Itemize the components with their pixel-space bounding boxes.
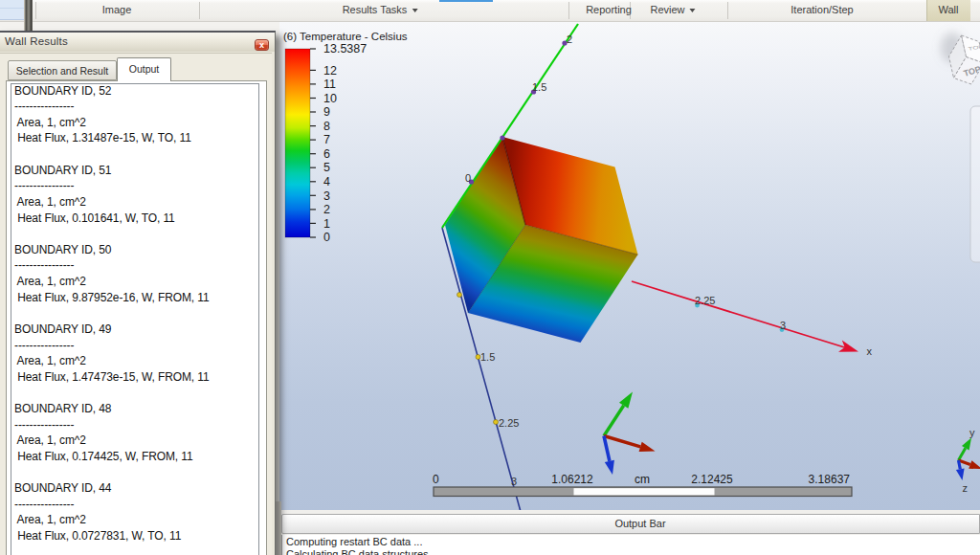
- svg-text:1: 1: [323, 217, 330, 231]
- svg-text:10: 10: [323, 92, 337, 105]
- svg-text:2.25: 2.25: [499, 417, 519, 429]
- svg-text:6: 6: [323, 147, 330, 161]
- svg-text:x: x: [867, 345, 873, 357]
- svg-text:0: 0: [433, 473, 439, 486]
- svg-text:y: y: [969, 427, 975, 438]
- svg-text:cm: cm: [635, 473, 650, 486]
- svg-text:2: 2: [567, 33, 572, 45]
- svg-text:7: 7: [323, 133, 330, 146]
- svg-text:2.12425: 2.12425: [691, 473, 733, 486]
- svg-text:1.5: 1.5: [480, 351, 495, 363]
- svg-text:9: 9: [323, 105, 330, 119]
- svg-text:1.5: 1.5: [532, 81, 546, 93]
- svg-text:8: 8: [323, 120, 330, 133]
- svg-text:2.25: 2.25: [695, 295, 715, 306]
- svg-text:z: z: [963, 482, 969, 494]
- svg-text:3.18637: 3.18637: [809, 473, 851, 486]
- svg-text:5: 5: [323, 161, 330, 174]
- svg-text:3: 3: [511, 476, 517, 487]
- svg-text:(6) Temperature - Celsius: (6) Temperature - Celsius: [283, 31, 408, 42]
- svg-text:3: 3: [323, 189, 330, 203]
- svg-text:13.5387: 13.5387: [323, 42, 367, 56]
- svg-text:1.06212: 1.06212: [551, 473, 593, 486]
- svg-text:12: 12: [323, 64, 337, 78]
- svg-text:0: 0: [465, 172, 471, 184]
- svg-text:11: 11: [323, 78, 336, 91]
- svg-text:4: 4: [323, 175, 330, 189]
- svg-text:2: 2: [323, 203, 330, 216]
- svg-text:3: 3: [780, 320, 786, 331]
- svg-text:0: 0: [323, 231, 330, 244]
